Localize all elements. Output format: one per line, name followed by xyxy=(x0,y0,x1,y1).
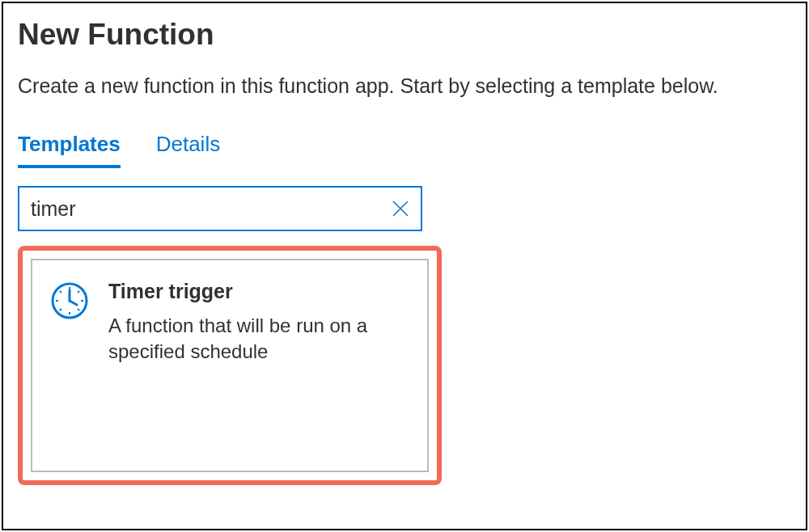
page-title: New Function xyxy=(18,18,791,52)
tab-details[interactable]: Details xyxy=(156,132,220,168)
svg-line-11 xyxy=(78,291,79,293)
card-description: A function that will be run on a specifi… xyxy=(108,313,409,365)
page-description: Create a new function in this function a… xyxy=(18,74,791,98)
search-input[interactable] xyxy=(31,197,392,221)
clear-icon[interactable] xyxy=(392,200,409,217)
svg-line-12 xyxy=(60,309,61,310)
new-function-panel: New Function Create a new function in th… xyxy=(2,2,807,530)
highlight-annotation: Timer trigger A function that will be ru… xyxy=(18,246,442,485)
svg-line-10 xyxy=(78,309,79,310)
tab-label: Templates xyxy=(18,132,121,156)
svg-line-9 xyxy=(60,291,61,293)
tab-templates[interactable]: Templates xyxy=(18,132,121,168)
tabs-container: Templates Details xyxy=(18,132,791,168)
template-search[interactable] xyxy=(18,186,422,231)
card-text: Timer trigger A function that will be ru… xyxy=(108,280,409,365)
clock-icon xyxy=(50,281,89,323)
tab-label: Details xyxy=(156,132,220,156)
svg-line-4 xyxy=(70,301,77,305)
card-title: Timer trigger xyxy=(108,280,409,303)
template-card-timer-trigger[interactable]: Timer trigger A function that will be ru… xyxy=(31,259,429,472)
